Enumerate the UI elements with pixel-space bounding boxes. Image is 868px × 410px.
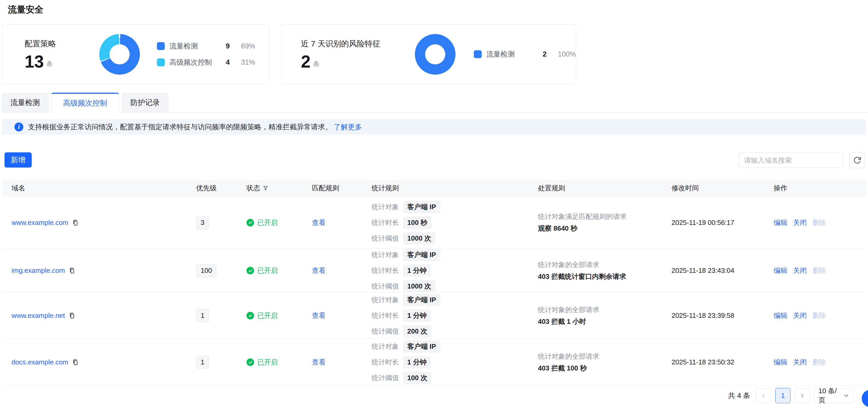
page-size-select[interactable]: 10 条/页 <box>814 388 854 403</box>
legend-label: 流量检测 <box>486 50 543 59</box>
view-match-rule-link[interactable]: 查看 <box>312 312 326 319</box>
table-row: docs.example.com 1 已开启 查看 统计对象客户端 IP统计时长… <box>2 339 866 386</box>
op-link[interactable]: 关闭 <box>793 311 807 320</box>
card-count-unit: 条 <box>313 60 319 68</box>
chevron-right-icon <box>799 393 805 399</box>
handle-rule: 统计对象的全部请求 403 拦截 100 秒 <box>538 352 672 373</box>
handle-rule-scope: 统计对象的全部请求 <box>538 352 672 361</box>
stat-value-pill: 200 次 <box>403 325 432 338</box>
op-link[interactable]: 编辑 <box>774 311 787 320</box>
stat-label: 统计阈值 <box>372 282 399 291</box>
op-link[interactable]: 关闭 <box>793 266 807 275</box>
column-header: 优先级 <box>196 184 246 193</box>
domain-link[interactable]: docs.example.com <box>11 358 68 366</box>
status-text: 已开启 <box>257 266 278 275</box>
status-text: 已开启 <box>257 311 278 320</box>
search-input[interactable] <box>739 153 843 168</box>
copy-icon[interactable] <box>69 267 76 274</box>
column-header: 修改时间 <box>672 184 774 193</box>
modified-time: 2025-11-18 23:43:04 <box>672 266 774 275</box>
check-circle-icon <box>246 219 254 226</box>
legend-row: 流量检测2100% <box>474 50 576 59</box>
legend-label: 高级频次控制 <box>169 58 226 67</box>
stat-line: 统计阈值200 次 <box>372 325 538 338</box>
handle-rule-action: 403 拦截 1 小时 <box>538 317 672 326</box>
stat-line: 统计对象客户端 IP <box>372 340 538 353</box>
card-title: 配置策略 <box>25 38 90 49</box>
stat-label: 统计对象 <box>372 250 399 259</box>
stats-rules: 统计对象客户端 IP统计时长1 分钟统计阈值200 次 <box>372 294 538 338</box>
op-link[interactable]: 编辑 <box>774 266 787 275</box>
tab-item-2[interactable]: 防护记录 <box>122 93 169 112</box>
stat-label: 统计时长 <box>372 218 399 227</box>
priority-badge: 1 <box>196 309 209 322</box>
column-header: 操作 <box>774 184 866 193</box>
priority-badge: 1 <box>196 356 209 369</box>
page-size-value: 10 条/页 <box>818 386 843 405</box>
card-count: 2 <box>301 53 311 70</box>
configured-policies-card: 配置策略 13 条 流量检测969%高级频次控制431% <box>2 24 269 84</box>
op-link[interactable]: 关闭 <box>793 358 807 367</box>
floating-help-button[interactable] <box>862 390 868 407</box>
check-circle-icon <box>246 358 254 366</box>
view-match-rule-link[interactable]: 查看 <box>312 266 326 274</box>
modified-time: 2025-11-18 23:50:32 <box>672 358 774 366</box>
view-match-rule-link[interactable]: 查看 <box>312 219 326 226</box>
row-actions: 编辑关闭删除 <box>774 311 866 320</box>
handle-rule-action: 观察 8640 秒 <box>538 224 672 233</box>
copy-icon[interactable] <box>72 219 79 226</box>
table-header: 域名优先级状态匹配规则统计规则处置规则修改时间操作 <box>2 180 866 197</box>
op-link[interactable]: 编辑 <box>774 218 787 227</box>
chevron-down-icon <box>843 392 849 399</box>
stat-line: 统计时长1 分钟 <box>372 264 538 277</box>
table-row: www.example.net 1 已开启 查看 统计对象客户端 IP统计时长1… <box>2 292 866 339</box>
domain-link[interactable]: img.example.com <box>11 266 65 275</box>
donut-legend: 流量检测2100% <box>474 50 576 59</box>
column-header: 状态 <box>246 184 312 193</box>
donut-chart <box>99 34 140 74</box>
refresh-button[interactable] <box>849 152 865 168</box>
op-link-disabled: 删除 <box>812 218 826 227</box>
stat-value-pill: 1000 次 <box>403 280 435 292</box>
op-link[interactable]: 编辑 <box>774 358 787 367</box>
view-match-rule-link[interactable]: 查看 <box>312 358 326 366</box>
priority-badge: 3 <box>196 216 209 229</box>
stat-label: 统计对象 <box>372 295 399 305</box>
copy-icon[interactable] <box>69 312 76 319</box>
table-row: img.example.com 100 已开启 查看 统计对象客户端 IP统计时… <box>2 249 866 292</box>
card-count: 13 <box>25 53 44 70</box>
stat-value-pill: 1 分钟 <box>403 310 431 322</box>
tab-item-0[interactable]: 流量检测 <box>2 93 49 112</box>
legend-percent: 100% <box>558 50 576 58</box>
legend-row: 流量检测969% <box>157 41 255 51</box>
domain-link[interactable]: www.example.net <box>11 312 65 320</box>
add-button[interactable]: 新增 <box>4 152 32 167</box>
donut-legend: 流量检测969%高级频次控制431% <box>157 41 255 67</box>
filter-icon[interactable] <box>263 185 269 191</box>
stat-line: 统计阈值1000 次 <box>372 280 538 292</box>
next-page-button[interactable] <box>795 388 810 403</box>
row-actions: 编辑关闭删除 <box>774 218 866 227</box>
traffic-security-page: 流量安全 配置策略 13 条 流量检测969%高级频次控制431% 近 7 天识… <box>0 0 868 410</box>
stat-label: 统计对象 <box>372 202 399 212</box>
column-header: 统计规则 <box>372 184 538 193</box>
copy-icon[interactable] <box>72 359 79 366</box>
status-text: 已开启 <box>257 218 278 227</box>
legend-percent: 31% <box>241 58 255 66</box>
stats-rules: 统计对象客户端 IP统计时长100 秒统计阈值1000 次 <box>372 201 538 245</box>
legend-swatch-icon <box>157 42 165 50</box>
domain-link[interactable]: www.example.com <box>11 219 68 227</box>
stat-value-pill: 1000 次 <box>403 232 435 245</box>
stat-value-pill: 客户端 IP <box>403 249 440 261</box>
op-link[interactable]: 关闭 <box>793 218 807 227</box>
stat-line: 统计时长1 分钟 <box>372 356 538 368</box>
priority-badge: 100 <box>196 264 216 277</box>
learn-more-link[interactable]: 了解更多 <box>334 122 362 132</box>
prev-page-button[interactable] <box>756 388 771 403</box>
stat-line: 统计对象客户端 IP <box>372 294 538 306</box>
tab-item-1[interactable]: 高级频次控制 <box>51 93 119 113</box>
risk-features-card: 近 7 天识别的风险特征 2 条 流量检测2100% <box>281 24 576 84</box>
stat-label: 统计阈值 <box>372 373 399 382</box>
current-page-button[interactable]: 1 <box>775 388 790 403</box>
banner-text: 支持根据业务正常访问情况，配置基于指定请求特征与访问频率的限频策略，精准拦截异常… <box>28 122 332 132</box>
